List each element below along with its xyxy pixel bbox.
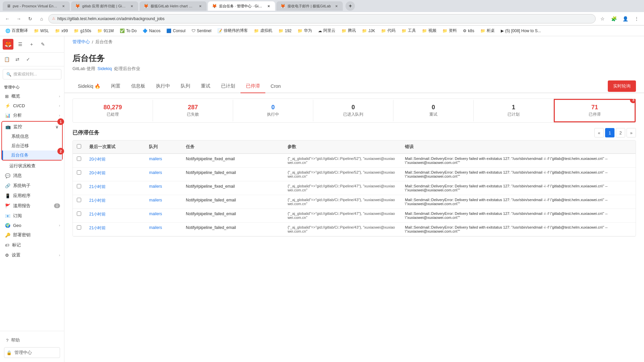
sidebar-item-labels[interactable]: 🏷 标记 [0,240,64,250]
select-all-checkbox[interactable] [77,144,81,148]
edit-button[interactable]: ✎ [38,40,48,49]
sidebar-item-monitoring[interactable]: 📺 监控 ∨ [2,122,62,132]
tab-dashboard[interactable]: 信息板 [126,80,151,93]
row-checkbox-1[interactable] [77,170,81,175]
bookmark-blog[interactable]: 📝徐晓伟的博客 [215,27,251,35]
new-tab-button[interactable]: + [345,1,355,11]
sidebar-item-apps[interactable]: 📱 应用程序 [0,191,64,201]
bookmark-code[interactable]: 📁代码 [378,27,398,35]
page-next-button[interactable]: » [627,128,636,137]
queue-cell[interactable]: mailers [145,181,182,195]
tab-queue[interactable]: 队列 [175,80,196,93]
sidebar-item-abuse[interactable]: 🚩 滥用报告 0 [0,201,64,211]
queue-cell[interactable]: mailers [145,223,182,236]
row-checkbox-0[interactable] [77,157,81,161]
tab-close-5[interactable]: ✕ [334,4,339,8]
tab-retry[interactable]: 重试 [196,80,216,93]
sidebar-item-hooks[interactable]: 🔗 系统钩子 [0,181,64,191]
help-button[interactable]: ? 帮助 [4,335,60,345]
bookmark-vm[interactable]: 📁虚拟机 [251,27,275,35]
bookmark-consul[interactable]: 🟦Consul [164,27,188,35]
browser-tab-2[interactable]: 🦊 gitlab 应用 邮件功能 | GitLab... ✕ [71,1,138,11]
bookmark-baidu-fanyi[interactable]: 🌐百度翻译 [3,27,31,35]
sidebar-item-deploy-keys[interactable]: 🔑 部署密钥 [0,230,64,240]
bookmark-button[interactable]: ☆ [598,14,607,23]
bookmark-nacos[interactable]: 🔷Nacos [140,27,163,35]
browser-tab-4[interactable]: 🦊 后台任务 · 管理中心 · GitLab ✕ [208,1,275,11]
bookmark-g150s[interactable]: 📁g150s [71,27,94,35]
browser-tab-1[interactable]: 🖥 pve - Proxmox Virtual Enviro... ✕ [3,1,70,11]
row-checkbox-3[interactable] [77,198,81,202]
bookmark-video[interactable]: 📁视频 [419,27,439,35]
tab-idle[interactable]: 闲置 [106,80,126,93]
issues-shortcut[interactable]: 📋 [2,55,11,64]
bookmark-tools[interactable]: 📁工具 [399,27,419,35]
sidebar-item-messages[interactable]: 💬 消息 [0,171,64,181]
queue-cell[interactable]: mailers [145,209,182,223]
bookmark-x99[interactable]: 📁x99 [52,27,70,35]
tab-close-1[interactable]: ✕ [61,4,66,8]
bookmark-sentinel[interactable]: 🛡Sentinel [189,27,214,35]
page-1-button[interactable]: 1 [605,128,614,137]
queue-cell[interactable]: mailers [145,154,182,168]
sidebar-item-settings[interactable]: ⚙ 设置 › [0,250,64,260]
page-prev-button[interactable]: « [594,128,604,137]
tab-scheduled[interactable]: 已计划 [216,80,240,93]
menu-button[interactable]: ⋮ [632,14,641,23]
merge-request-shortcut[interactable]: ⇄ [13,55,22,64]
sidebar-item-subscribe[interactable]: 📧 订阅 [0,211,64,221]
tab-running[interactable]: 执行中 [151,80,175,93]
bookmark-tencent[interactable]: 📁腾讯 [339,27,359,35]
sidebar-item-overview[interactable]: ⊞ 概览 › [0,91,64,101]
browser-tab-5[interactable]: 🦊 接收电子邮件 | 极狐GitLab ✕ [276,1,343,11]
tab-sidekiq[interactable]: Sidekiq 🔥 [72,80,106,93]
sidebar-item-analytics[interactable]: 📊 分析 › [0,110,64,120]
back-button[interactable]: ← [3,14,12,23]
breadcrumb-parent-link[interactable]: 管理中心 [72,39,90,45]
bookmark-todo[interactable]: ✅To Do [117,27,139,35]
queue-cell[interactable]: mailers [145,168,182,181]
tab-close-2[interactable]: ✕ [129,4,134,8]
sidebar-sub-item-background-tasks[interactable]: 2 后台任务 [2,150,62,160]
sidebar-item-cicd[interactable]: ⚡ CI/CD › [0,101,64,110]
address-bar[interactable]: ⚠ https://gitlab.test.helm.xuxiaowei.cn/… [48,14,596,23]
gitlab-logo[interactable]: 🦊 [3,39,13,50]
profile-button[interactable]: 👤 [621,14,630,23]
row-checkbox-2[interactable] [77,184,81,188]
bookmark-jjk[interactable]: 📁JJK [359,27,378,35]
toggle-sidebar-button[interactable]: ☰ [15,40,25,49]
admin-center-button[interactable]: 🔒 管理中心 [4,347,60,358]
home-button[interactable]: ⌂ [37,14,46,23]
tab-close-4[interactable]: ✕ [266,4,271,8]
sidebar-sub-item-sysinfo[interactable]: 系统信息 [2,132,62,141]
stat-stalled[interactable]: 3 71 已停滞 [554,99,636,122]
sidebar-item-geo[interactable]: 🌍 Geo › [0,221,64,230]
bookmark-192[interactable]: 📁192 [276,27,294,35]
page-2-button[interactable]: 2 [616,128,625,137]
extensions-button[interactable]: 🧩 [609,14,619,23]
row-checkbox-5[interactable] [77,225,81,230]
bookmark-911m[interactable]: 📁911M [95,27,116,35]
tab-stalled[interactable]: 已停滞 [240,80,265,93]
sidebar-sub-item-migration[interactable]: 后台迁移 [2,141,62,150]
bookmark-aliyun[interactable]: ☁阿里云 [315,27,338,35]
forward-button[interactable]: → [14,14,23,23]
bookmark-material[interactable]: 📁资料 [440,27,460,35]
realtime-poll-button[interactable]: 实时轮询 [608,80,636,92]
bookmark-k8s[interactable]: ⚙k8s [460,27,477,35]
row-checkbox-4[interactable] [77,212,81,216]
bookmark-video2[interactable]: ▶(5) [008] How to S... [498,27,544,35]
new-item-button[interactable]: + [27,40,36,49]
reload-button[interactable]: ↻ [25,14,35,23]
sidebar-search[interactable]: 🔍 搜索或转到... [3,69,61,79]
bookmark-wsl[interactable]: 📁WSL [31,27,52,35]
browser-tab-3[interactable]: 🦊 极狐GitLab Helm chart 部署... ✕ [140,1,207,11]
tab-close-3[interactable]: ✕ [198,4,203,8]
todo-shortcut[interactable]: ✓ [23,55,33,64]
sidebar-sub-item-health[interactable]: 运行状况检查 [0,161,64,171]
queue-cell[interactable]: mailers [145,195,182,209]
bookmark-huawei[interactable]: 📁华为 [295,27,315,35]
bookmark-guizhuo[interactable]: 📁柜桌 [478,27,497,35]
tab-cron[interactable]: Cron [265,80,286,93]
sidekiq-link[interactable]: Sidekiq [98,66,112,71]
